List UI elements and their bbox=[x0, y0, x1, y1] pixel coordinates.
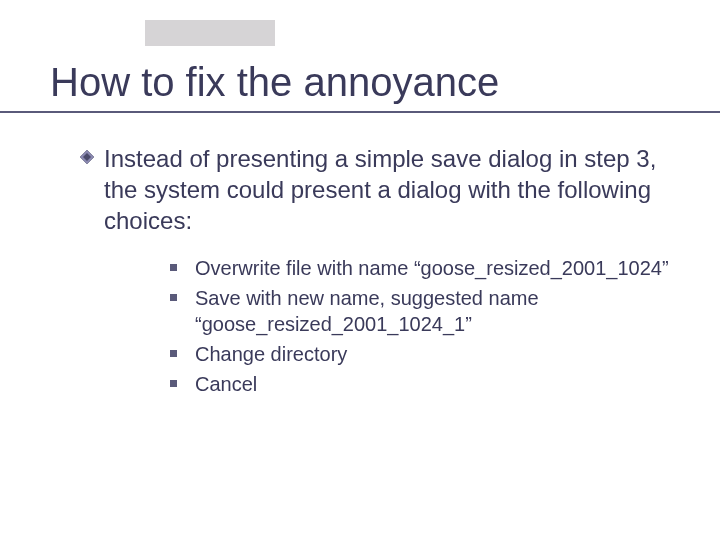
slide-title: How to fix the annoyance bbox=[50, 60, 670, 113]
square-bullet-icon bbox=[170, 350, 177, 357]
square-bullet-icon bbox=[170, 380, 177, 387]
square-bullet-icon bbox=[170, 264, 177, 271]
main-bullet-row: Instead of presenting a simple save dial… bbox=[80, 143, 670, 237]
title-shadow-decoration bbox=[145, 20, 275, 46]
list-item: Change directory bbox=[170, 341, 670, 367]
list-item: Cancel bbox=[170, 371, 670, 397]
sub-item-text: Save with new name, suggested name “goos… bbox=[195, 285, 670, 337]
sub-item-text: Overwrite file with name “goose_resized_… bbox=[195, 255, 669, 281]
list-item: Save with new name, suggested name “goos… bbox=[170, 285, 670, 337]
list-item: Overwrite file with name “goose_resized_… bbox=[170, 255, 670, 281]
square-bullet-icon bbox=[170, 294, 177, 301]
slide-content: Instead of presenting a simple save dial… bbox=[50, 143, 670, 397]
diamond-bullet-icon bbox=[80, 150, 94, 164]
slide-container: How to fix the annoyance Instead of pres… bbox=[0, 0, 720, 441]
title-text: How to fix the annoyance bbox=[50, 60, 499, 104]
main-bullet-text: Instead of presenting a simple save dial… bbox=[104, 143, 670, 237]
sub-bullet-list: Overwrite file with name “goose_resized_… bbox=[80, 255, 670, 397]
sub-item-text: Change directory bbox=[195, 341, 347, 367]
sub-item-text: Cancel bbox=[195, 371, 257, 397]
title-underline bbox=[0, 111, 720, 113]
